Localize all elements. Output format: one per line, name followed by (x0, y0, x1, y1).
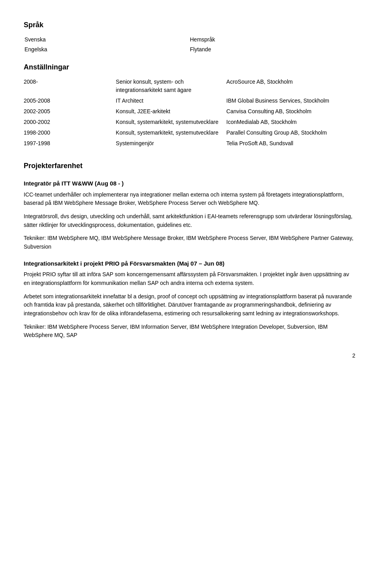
employment-employer: Canvisa Consulting AB, Stockholm (226, 106, 355, 117)
sprak-section: Språk Svenska Hemspråk Engelska Flytande (24, 20, 355, 55)
employment-employer: Parallel Consulting Group AB, Stockholm (226, 127, 355, 138)
employment-role: Senior konsult, system- och integrations… (116, 77, 226, 96)
employment-row: 1998-2000 Konsult, systemarkitekt, syste… (24, 127, 355, 138)
employment-role: Konsult, systemarkitekt, systemutvecklar… (116, 127, 226, 138)
language-level: Hemspråk (190, 35, 355, 44)
employment-role: Konsult, J2EE-arkitekt (116, 106, 226, 117)
anstallningar-title: Anställningar (24, 62, 355, 73)
employment-employer: Telia ProSoft AB, Sundsvall (226, 138, 355, 149)
employment-period: 2000-2002 (24, 117, 116, 127)
project-desc1: ICC-teamet underhåller och implementerar… (24, 191, 355, 208)
employment-period: 2002-2005 (24, 106, 116, 117)
employment-role: Systemingenjör (116, 138, 226, 149)
employment-row: 2000-2002 Konsult, systemarkitekt, syste… (24, 117, 355, 127)
employment-period: 2005-2008 (24, 96, 116, 106)
project-desc1: Projekt PRIO syftar till att införa SAP … (24, 270, 355, 287)
sprak-title: Språk (24, 20, 355, 30)
employment-table: 2008- Senior konsult, system- och integr… (24, 77, 355, 149)
employment-period: 1998-2000 (24, 127, 116, 138)
employment-row: 2008- Senior konsult, system- och integr… (24, 77, 355, 96)
employment-role: Konsult, systemarkitekt, systemutvecklar… (116, 117, 226, 127)
language-row: Engelska Flytande (24, 45, 355, 54)
employment-period: 1997-1998 (24, 138, 116, 149)
language-name: Svenska (24, 35, 189, 44)
employment-row: 2002-2005 Konsult, J2EE-arkitekt Canvisa… (24, 106, 355, 117)
projekterfarenhet-section: Projekterfarenhet Integratör på ITT W&WW… (24, 161, 355, 340)
project-desc2: Integratörsroll, dvs design, utveckling … (24, 212, 355, 229)
project-role: Integrationsarkitekt i projekt PRIO på F… (24, 259, 355, 268)
page-number: 2 (24, 352, 355, 360)
project-item: Integrationsarkitekt i projekt PRIO på F… (24, 259, 355, 340)
language-level: Flytande (190, 45, 355, 54)
language-name: Engelska (24, 45, 189, 54)
employment-row: 2005-2008 IT Architect IBM Global Busine… (24, 96, 355, 106)
project-tekniker: Tekniker: IBM WebSphere Process Server, … (24, 323, 355, 340)
projekterfarenhet-title: Projekterfarenhet (24, 161, 355, 171)
employment-period: 2008- (24, 77, 116, 96)
project-desc2: Arbetet som integrationsarkitekt innefat… (24, 292, 355, 318)
anstallningar-section: Anställningar 2008- Senior konsult, syst… (24, 62, 355, 149)
employment-row: 1997-1998 Systemingenjör Telia ProSoft A… (24, 138, 355, 149)
language-row: Svenska Hemspråk (24, 35, 355, 44)
employment-employer: IconMedialab AB, Stockholm (226, 117, 355, 127)
project-role: Integratör på ITT W&WW (Aug 08 - ) (24, 179, 355, 188)
employment-employer: AcroSource AB, Stockholm (226, 77, 355, 96)
employment-employer: IBM Global Business Services, Stockholm (226, 96, 355, 106)
employment-role: IT Architect (116, 96, 226, 106)
project-tekniker: Tekniker: IBM WebSphere MQ, IBM WebSpher… (24, 234, 355, 251)
language-table: Svenska Hemspråk Engelska Flytande (24, 34, 355, 55)
project-item: Integratör på ITT W&WW (Aug 08 - )ICC-te… (24, 179, 355, 251)
